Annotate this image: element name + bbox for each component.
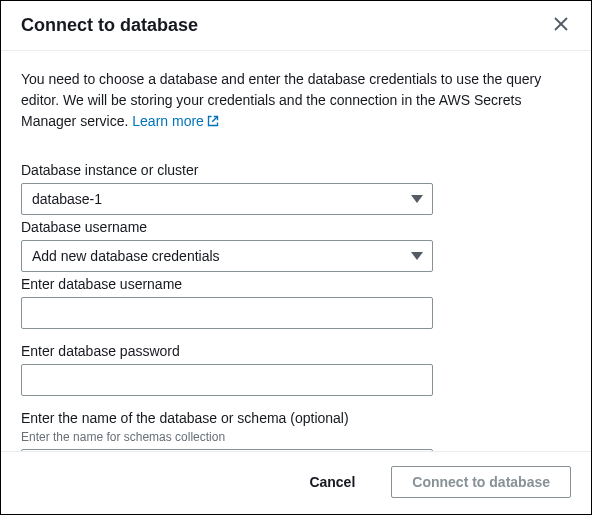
learn-more-link[interactable]: Learn more: [132, 113, 219, 129]
description-text: You need to choose a database and enter …: [21, 71, 541, 129]
username-input[interactable]: [21, 297, 433, 329]
instance-group: Database instance or cluster database-1: [21, 162, 571, 215]
instance-label: Database instance or cluster: [21, 162, 571, 178]
instance-select-value: database-1: [32, 191, 102, 207]
connect-database-modal: Connect to database You need to choose a…: [0, 0, 592, 515]
password-input-group: Enter database password: [21, 343, 571, 396]
connect-button[interactable]: Connect to database: [391, 466, 571, 498]
username-input-group: Enter database username: [21, 276, 571, 329]
modal-body: You need to choose a database and enter …: [1, 51, 591, 451]
username-select-value: Add new database credentials: [32, 248, 220, 264]
cancel-button[interactable]: Cancel: [289, 466, 375, 498]
close-icon: [554, 17, 568, 34]
username-select-group: Database username Add new database crede…: [21, 219, 571, 272]
schema-input-label: Enter the name of the database or schema…: [21, 410, 571, 426]
external-link-icon: [204, 113, 219, 129]
svg-line-2: [212, 117, 217, 122]
username-select[interactable]: Add new database credentials: [21, 240, 433, 272]
learn-more-text: Learn more: [132, 113, 204, 129]
password-input[interactable]: [21, 364, 433, 396]
modal-header: Connect to database: [1, 1, 591, 51]
instance-select[interactable]: database-1: [21, 183, 433, 215]
username-select-label: Database username: [21, 219, 571, 235]
password-input-label: Enter database password: [21, 343, 571, 359]
close-button[interactable]: [551, 16, 571, 36]
modal-title: Connect to database: [21, 15, 198, 36]
modal-description: You need to choose a database and enter …: [21, 69, 571, 132]
schema-input-group: Enter the name of the database or schema…: [21, 410, 571, 451]
modal-footer: Cancel Connect to database: [1, 451, 591, 514]
schema-input-hint: Enter the name for schemas collection: [21, 430, 571, 444]
username-input-label: Enter database username: [21, 276, 571, 292]
